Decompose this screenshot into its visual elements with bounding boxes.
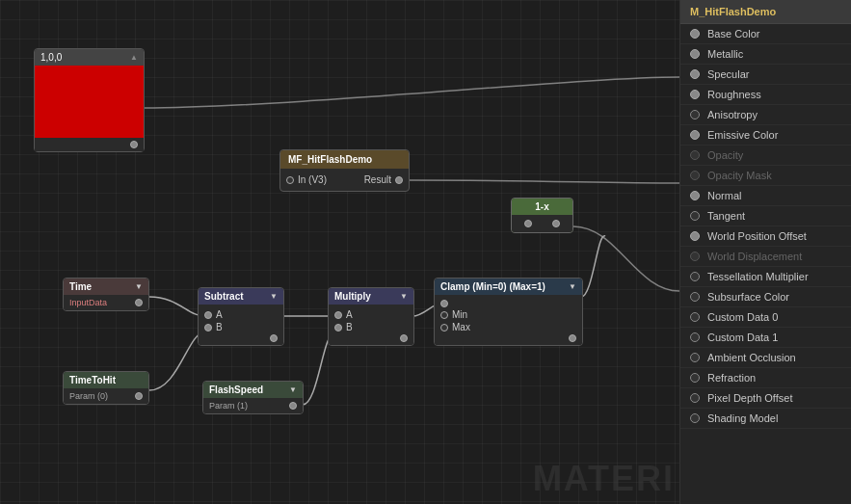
panel-item-dot	[690, 373, 700, 383]
panel-title: M_HitFlashDemo	[680, 0, 851, 24]
time-expand: ▼	[135, 282, 143, 291]
graph-area[interactable]: 1,0,0 ▲ MF_HitFlashDemo In (V3) Result	[0, 0, 679, 504]
onex-output-dot	[552, 220, 560, 227]
panel-item-dot	[690, 130, 700, 140]
panel-item[interactable]: Custom Data 1	[680, 328, 851, 348]
panel-item-label: Refraction	[707, 372, 756, 384]
subtract-node[interactable]: Subtract ▼ A B	[198, 287, 284, 346]
panel-item[interactable]: Subsurface Color	[680, 287, 851, 307]
mf-body: In (V3) Result	[280, 169, 409, 191]
panel-item-label: Metallic	[707, 48, 743, 60]
panel-item[interactable]: Roughness	[680, 85, 851, 105]
clamp-body: Min Max	[435, 295, 582, 345]
panel-item[interactable]: Emissive Color	[680, 125, 851, 146]
clamp-dot-input	[440, 300, 448, 307]
panel-item[interactable]: Normal	[680, 186, 851, 206]
time-output-port	[135, 299, 143, 306]
subtract-b-label: B	[216, 322, 223, 332]
time-header: Time ▼	[64, 279, 148, 295]
panel-item-dot	[690, 353, 700, 362]
panel-item-label: Tangent	[707, 210, 745, 222]
panel-item[interactable]: Tessellation Multiplier	[680, 267, 851, 287]
panel-item-label: Specular	[707, 68, 749, 80]
multiply-header: Multiply ▼	[329, 288, 413, 305]
panel-item[interactable]: Refraction	[680, 368, 851, 388]
clamp-input-port	[440, 300, 576, 307]
multiply-dot-b	[334, 324, 342, 332]
tth-title: TimeToHit	[69, 375, 116, 385]
multiply-dot-a	[334, 311, 342, 319]
panel-item[interactable]: Base Color	[680, 24, 851, 44]
time-title: Time	[69, 281, 92, 292]
panel-item[interactable]: Anisotropy	[680, 105, 851, 125]
time-body: InputData	[64, 295, 148, 310]
panel-item-dot	[690, 292, 700, 302]
tth-body: Param (0)	[64, 388, 148, 404]
clamp-dot-max	[440, 324, 448, 332]
onex-title: 1-x	[535, 201, 548, 212]
panel-item-dot	[690, 393, 700, 403]
clamp-max-port: Max	[440, 322, 576, 332]
multiply-title: Multiply	[334, 291, 371, 302]
panel-item-label: Custom Data 0	[707, 311, 778, 323]
panel-item-label: Tessellation Multiplier	[707, 271, 809, 282]
subtract-output	[270, 334, 278, 342]
flash-header: FlashSpeed ▼	[203, 382, 303, 398]
panel-item-label: Roughness	[707, 89, 761, 100]
tth-output-port	[135, 392, 143, 400]
panel-item-label: Base Color	[707, 28, 759, 40]
multiply-b-label: B	[346, 322, 353, 332]
panel-item-dot	[690, 231, 700, 241]
flash-sub: Param (1)	[209, 401, 248, 411]
panel-item[interactable]: Opacity Mask	[680, 166, 851, 186]
time-node[interactable]: Time ▼ InputData	[63, 278, 149, 311]
onex-node[interactable]: 1-x	[511, 198, 573, 233]
port-dot-result	[395, 176, 403, 184]
panel-item-label: Normal	[707, 190, 741, 201]
subtract-title: Subtract	[204, 291, 244, 302]
panel-item[interactable]: Ambient Occlusion	[680, 348, 851, 368]
color-node-port	[35, 138, 144, 151]
clamp-node[interactable]: Clamp (Min=0) (Max=1) ▼ Min Max	[434, 278, 583, 346]
panel-item-label: Ambient Occlusion	[707, 352, 796, 363]
multiply-a-label: A	[346, 309, 353, 320]
expand-arrow: ▲	[130, 53, 138, 62]
panel-item[interactable]: World Displacement	[680, 247, 851, 267]
panel-item[interactable]: Metallic	[680, 44, 851, 65]
subtract-port-a: A	[204, 309, 278, 320]
panel-item-dot	[690, 312, 700, 322]
panel-item-label: Shading Model	[707, 412, 778, 424]
panel-item[interactable]: Custom Data 0	[680, 307, 851, 328]
panel-item[interactable]: Shading Model	[680, 409, 851, 429]
flash-title: FlashSpeed	[209, 385, 263, 395]
panel-item-label: Opacity	[707, 149, 743, 161]
color-node[interactable]: 1,0,0 ▲	[34, 48, 145, 152]
panel-item[interactable]: Pixel Depth Offset	[680, 388, 851, 409]
clamp-header: Clamp (Min=0) (Max=1) ▼	[435, 279, 582, 295]
panel-item[interactable]: Specular	[680, 65, 851, 85]
mf-result-port: Result	[364, 174, 403, 185]
clamp-min-label: Min	[452, 309, 467, 320]
mf-node[interactable]: MF_HitFlashDemo In (V3) Result	[279, 149, 410, 192]
panel-item-dot	[690, 49, 700, 59]
panel-item-dot	[690, 171, 700, 180]
panel-item-label: Anisotropy	[707, 109, 758, 120]
port-dot-in	[286, 176, 294, 184]
tth-sub: Param (0)	[69, 391, 108, 401]
panel-item[interactable]: World Position Offset	[680, 226, 851, 247]
multiply-port-b: B	[334, 322, 408, 332]
panel-item-dot	[690, 90, 700, 99]
panel-item[interactable]: Opacity	[680, 146, 851, 166]
panel-item-label: World Position Offset	[707, 230, 807, 242]
tth-node[interactable]: TimeToHit Param (0)	[63, 371, 149, 405]
clamp-title: Clamp (Min=0) (Max=1)	[440, 281, 545, 292]
panel-item-label: Opacity Mask	[707, 170, 772, 181]
multiply-node[interactable]: Multiply ▼ A B	[328, 287, 414, 346]
flash-node[interactable]: FlashSpeed ▼ Param (1)	[202, 381, 304, 414]
multiply-output	[400, 334, 408, 342]
clamp-output	[569, 334, 576, 342]
panel-item-dot	[690, 413, 700, 423]
panel-item[interactable]: Tangent	[680, 206, 851, 226]
onex-input-dot	[524, 220, 532, 227]
subtract-header: Subtract ▼	[199, 288, 283, 305]
